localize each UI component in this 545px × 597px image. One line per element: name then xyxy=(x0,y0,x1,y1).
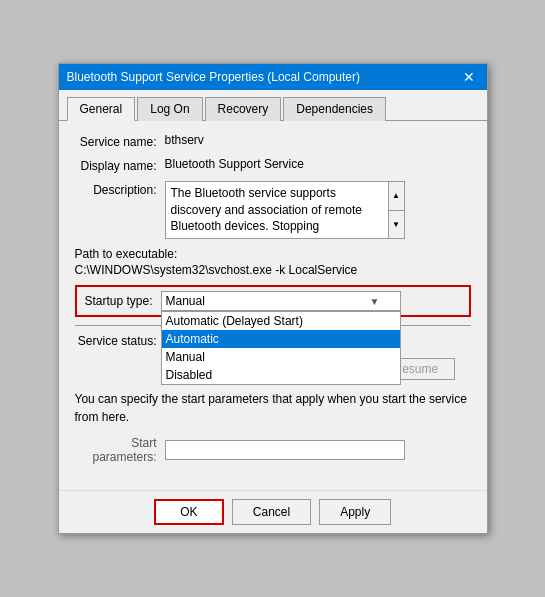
start-params-row: Start parameters: xyxy=(75,436,471,464)
dropdown-option-automatic-delayed[interactable]: Automatic (Delayed Start) xyxy=(162,312,400,330)
start-params-input[interactable] xyxy=(165,440,405,460)
description-value: The Bluetooth service supports discovery… xyxy=(171,185,399,235)
dropdown-current-value[interactable]: Manual ▼ xyxy=(161,291,401,311)
window-title: Bluetooth Support Service Properties (Lo… xyxy=(67,70,360,84)
tab-recovery[interactable]: Recovery xyxy=(205,97,282,121)
display-name-row: Display name: Bluetooth Support Service xyxy=(75,157,471,173)
path-label: Path to executable: xyxy=(75,247,471,261)
service-name-row: Service name: bthserv xyxy=(75,133,471,149)
startup-type-dropdown[interactable]: Manual ▼ Automatic (Delayed Start) Autom… xyxy=(161,291,401,311)
footer-buttons: OK Cancel Apply xyxy=(59,490,487,533)
display-name-value: Bluetooth Support Service xyxy=(165,157,304,171)
close-button[interactable]: ✕ xyxy=(459,70,479,84)
info-text: You can specify the start parameters tha… xyxy=(75,390,471,426)
description-scrollbar: ▲ ▼ xyxy=(388,182,404,238)
ok-button[interactable]: OK xyxy=(154,499,224,525)
cancel-button[interactable]: Cancel xyxy=(232,499,311,525)
startup-type-row: Startup type: Manual ▼ Automatic (Delaye… xyxy=(75,285,471,317)
tab-general[interactable]: General xyxy=(67,97,136,121)
tab-bar: General Log On Recovery Dependencies xyxy=(59,90,487,121)
startup-type-label: Startup type: xyxy=(81,294,161,308)
description-label: Description: xyxy=(75,181,165,197)
tab-logon[interactable]: Log On xyxy=(137,97,202,121)
scroll-up-button[interactable]: ▲ xyxy=(389,182,404,211)
description-box: The Bluetooth service supports discovery… xyxy=(165,181,405,239)
tab-dependencies[interactable]: Dependencies xyxy=(283,97,386,121)
dropdown-arrow-icon: ▼ xyxy=(370,296,380,307)
title-bar: Bluetooth Support Service Properties (Lo… xyxy=(59,64,487,90)
display-name-label: Display name: xyxy=(75,157,165,173)
properties-dialog: Bluetooth Support Service Properties (Lo… xyxy=(58,63,488,534)
service-name-label: Service name: xyxy=(75,133,165,149)
tab-content: Service name: bthserv Display name: Blue… xyxy=(59,121,487,490)
start-params-label: Start parameters: xyxy=(75,436,165,464)
dropdown-option-manual[interactable]: Manual xyxy=(162,348,400,366)
path-section: Path to executable: C:\WINDOWS\system32\… xyxy=(75,247,471,277)
path-value: C:\WINDOWS\system32\svchost.exe -k Local… xyxy=(75,263,471,277)
dropdown-list: Automatic (Delayed Start) Automatic Manu… xyxy=(161,311,401,385)
apply-button[interactable]: Apply xyxy=(319,499,391,525)
description-row: Description: The Bluetooth service suppo… xyxy=(75,181,471,239)
service-name-value: bthserv xyxy=(165,133,204,147)
dropdown-option-automatic[interactable]: Automatic xyxy=(162,330,400,348)
dropdown-option-disabled[interactable]: Disabled xyxy=(162,366,400,384)
service-status-label: Service status: xyxy=(75,334,165,348)
scroll-down-button[interactable]: ▼ xyxy=(389,211,404,239)
